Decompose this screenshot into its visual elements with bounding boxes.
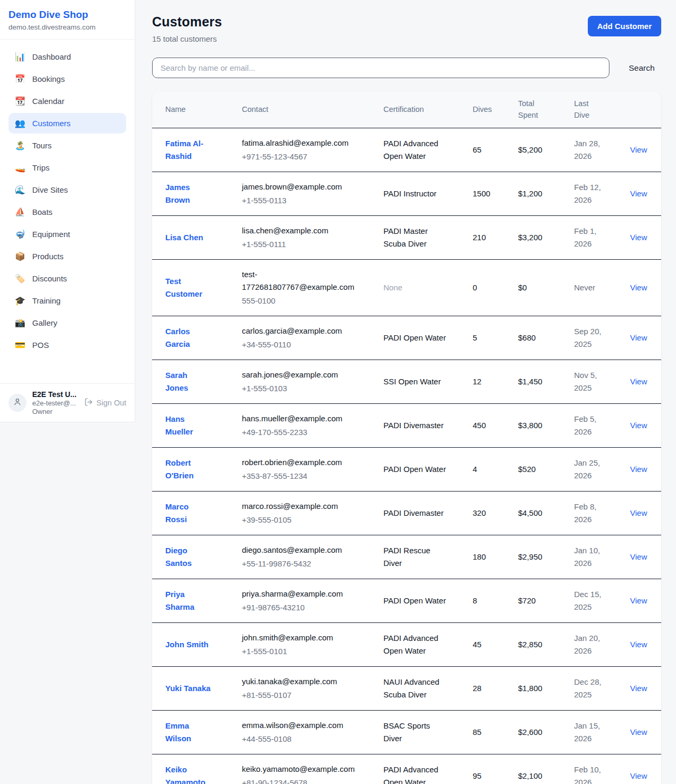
person-icon	[13, 397, 22, 409]
table-row: Emma Wilson emma.wilson@example.com +44-…	[152, 710, 661, 754]
customer-total-spent: $2,850	[518, 622, 574, 666]
view-link[interactable]: View	[630, 684, 647, 693]
sidebar-item-dashboard[interactable]: 📊 Dashboard	[8, 46, 126, 67]
sidebar-item-gallery[interactable]: 📸 Gallery	[8, 313, 126, 333]
sidebar-item-customers[interactable]: 👥 Customers	[8, 113, 126, 134]
customer-email: emma.wilson@example.com	[242, 719, 358, 732]
view-link[interactable]: View	[630, 508, 647, 517]
customer-name-link[interactable]: Sarah Jones	[165, 369, 212, 394]
table-row: Yuki Tanaka yuki.tanaka@example.com +81-…	[152, 666, 661, 710]
customer-name-link[interactable]: Emma Wilson	[165, 720, 212, 745]
customer-name-link[interactable]: Lisa Chen	[165, 231, 203, 244]
customer-phone: +81-555-0107	[242, 689, 375, 702]
sidebar-item-equipment[interactable]: 🤿 Equipment	[8, 224, 126, 244]
avatar	[8, 394, 26, 412]
customer-name-link[interactable]: James Brown	[165, 181, 212, 206]
view-link[interactable]: View	[630, 552, 647, 561]
customer-last-dive: Jan 10, 2026	[574, 544, 616, 570]
view-link[interactable]: View	[630, 333, 647, 342]
sidebar-item-discounts[interactable]: 🏷️ Discounts	[8, 268, 126, 289]
view-link[interactable]: View	[630, 421, 647, 430]
customer-name-link[interactable]: Hans Mueller	[165, 413, 212, 438]
add-customer-button[interactable]: Add Customer	[588, 16, 661, 36]
customer-last-dive: Dec 28, 2025	[574, 676, 616, 701]
sidebar-item-boats[interactable]: ⛵ Boats	[8, 202, 126, 222]
view-link[interactable]: View	[630, 145, 647, 154]
customer-total-spent: $1,800	[518, 666, 574, 710]
customer-name-link[interactable]: Diego Santos	[165, 544, 212, 570]
table-row: Carlos Garcia carlos.garcia@example.com …	[152, 316, 661, 360]
diving-mask-icon: 🤿	[15, 229, 25, 239]
sidebar-item-calendar[interactable]: 📆 Calendar	[8, 91, 126, 111]
credit-card-icon: 💳	[15, 340, 25, 350]
customer-certification: PADI Rescue Diver	[383, 544, 447, 570]
customer-name-link[interactable]: Fatima Al-Rashid	[165, 137, 212, 163]
island-icon: 🏝️	[15, 140, 25, 150]
customer-last-dive: Sep 20, 2025	[574, 325, 616, 351]
customer-dives: 320	[473, 491, 518, 535]
customer-last-dive: Nov 5, 2025	[574, 369, 616, 394]
sidebar-item-bookings[interactable]: 📅 Bookings	[8, 69, 126, 89]
brand-name[interactable]: Demo Dive Shop	[8, 9, 126, 21]
view-link[interactable]: View	[630, 377, 647, 386]
sidebar-user-section: E2E Test U... e2e-tester@... Owner Sign …	[0, 383, 135, 422]
table-row: James Brown james.brown@example.com +1-5…	[152, 172, 661, 215]
view-link[interactable]: View	[630, 728, 647, 736]
view-link[interactable]: View	[630, 771, 647, 780]
view-link[interactable]: View	[630, 189, 647, 198]
view-link[interactable]: View	[630, 233, 647, 242]
view-link[interactable]: View	[630, 283, 647, 292]
customer-certification: PADI Open Water	[383, 332, 447, 344]
customers-tbody: Fatima Al-Rashid fatima.alrashid@example…	[152, 128, 661, 784]
table-row: John Smith john.smith@example.com +1-555…	[152, 622, 661, 666]
customer-name-link[interactable]: John Smith	[165, 638, 209, 651]
view-link[interactable]: View	[630, 596, 647, 605]
sidebar-item-tours[interactable]: 🏝️ Tours	[8, 135, 126, 156]
customer-dives: 45	[473, 622, 518, 666]
customer-phone: +55-11-99876-5432	[242, 558, 375, 570]
sidebar-item-dive-sites[interactable]: 🌊 Dive Sites	[8, 180, 126, 200]
customer-name-link[interactable]: Marco Rossi	[165, 500, 212, 526]
customer-name-link[interactable]: Keiko Yamamoto	[165, 763, 212, 784]
customer-total-spent: $3,800	[518, 403, 574, 447]
customer-last-dive: Jan 20, 2026	[574, 632, 616, 657]
customer-phone: +39-555-0105	[242, 514, 375, 526]
customer-total-spent: $2,950	[518, 535, 574, 579]
table-row: Priya Sharma priya.sharma@example.com +9…	[152, 579, 661, 622]
customer-total-spent: $2,100	[518, 754, 574, 784]
customer-name-link[interactable]: Priya Sharma	[165, 588, 212, 613]
customer-name-link[interactable]: Yuki Tanaka	[165, 682, 211, 695]
column-header-last-dive: Last Dive	[574, 92, 630, 128]
sign-out-button[interactable]: Sign Out	[84, 398, 126, 408]
view-link[interactable]: View	[630, 465, 647, 474]
sidebar: Demo Dive Shop demo.test.divestreams.com…	[0, 0, 135, 422]
user-name: E2E Test U...	[32, 390, 78, 399]
column-header-contact: Contact	[242, 92, 383, 128]
calendar-icon: 📅	[15, 74, 25, 84]
view-link[interactable]: View	[630, 640, 647, 649]
sidebar-item-pos[interactable]: 💳 POS	[8, 335, 126, 355]
search-button[interactable]: Search	[622, 59, 661, 77]
tear-off-calendar-icon: 📆	[15, 96, 25, 106]
customer-certification: None	[383, 281, 447, 294]
sidebar-item-products[interactable]: 📦 Products	[8, 246, 126, 267]
search-input[interactable]	[152, 58, 609, 78]
sidebar-nav: 📊 Dashboard 📅 Bookings 📆 Calendar 👥 Cust…	[0, 40, 135, 383]
sidebar-item-training[interactable]: 🎓 Training	[8, 290, 126, 311]
customer-name-link[interactable]: Robert O'Brien	[165, 457, 212, 482]
speedboat-icon: 🚤	[15, 163, 25, 173]
customer-dives: 1500	[473, 172, 518, 215]
page-title: Customers	[152, 14, 222, 30]
customer-dives: 85	[473, 710, 518, 754]
customer-phone: +81-90-1234-5678	[242, 777, 375, 784]
customer-name-link[interactable]: Test Customer	[165, 275, 212, 300]
customers-table-card: NameContactCertificationDivesTotal Spent…	[152, 92, 661, 784]
customer-phone: +1-555-0103	[242, 382, 375, 395]
sign-out-label: Sign Out	[97, 399, 126, 407]
customer-last-dive: Dec 15, 2025	[574, 588, 616, 613]
sidebar-item-trips[interactable]: 🚤 Trips	[8, 157, 126, 178]
table-row: Keiko Yamamoto keiko.yamamoto@example.co…	[152, 754, 661, 784]
customer-last-dive: Jan 15, 2026	[574, 720, 616, 745]
customer-name-link[interactable]: Carlos Garcia	[165, 325, 212, 351]
customer-last-dive: Feb 8, 2026	[574, 500, 616, 526]
